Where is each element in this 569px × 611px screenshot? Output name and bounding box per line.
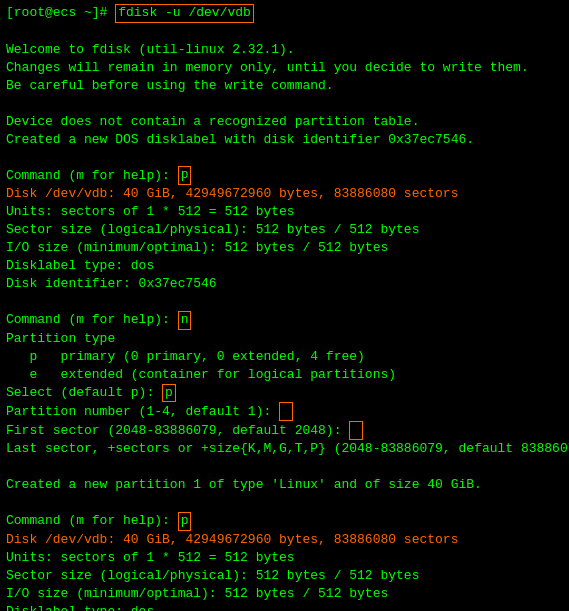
partition-number-box bbox=[279, 402, 293, 421]
command-help-label-2: Command (m for help): bbox=[6, 311, 178, 329]
disk-id-1: Disk identifier: 0x37ec7546 bbox=[6, 275, 563, 293]
io-size-2: I/O size (minimum/optimal): 512 bytes / … bbox=[6, 585, 563, 603]
careful-line: Be careful before using the write comman… bbox=[6, 77, 563, 95]
select-p-box: p bbox=[162, 384, 176, 403]
changes-line: Changes will remain in memory only, unti… bbox=[6, 59, 563, 77]
blank-3 bbox=[6, 148, 563, 166]
disklabel-2: Disklabel type: dos bbox=[6, 603, 563, 611]
last-sector-line: Last sector, +sectors or +size{K,M,G,T,P… bbox=[6, 440, 563, 458]
command-p-box-1: p bbox=[178, 166, 192, 185]
created-dos-line: Created a new DOS disklabel with disk id… bbox=[6, 131, 563, 149]
command-line-1: [root@ecs ~]# fdisk -u /dev/vdb bbox=[6, 4, 563, 23]
partition-type-label: Partition type bbox=[6, 330, 563, 348]
partition-primary: p primary (0 primary, 0 extended, 4 free… bbox=[6, 348, 563, 366]
disklabel-1: Disklabel type: dos bbox=[6, 257, 563, 275]
sector-size-2: Sector size (logical/physical): 512 byte… bbox=[6, 567, 563, 585]
first-sector-box bbox=[349, 421, 363, 440]
first-sector-line: First sector (2048-83886079, default 204… bbox=[6, 421, 563, 440]
blank-4 bbox=[6, 293, 563, 311]
partition-number-line: Partition number (1-4, default 1): bbox=[6, 402, 563, 421]
units-1: Units: sectors of 1 * 512 = 512 bytes bbox=[6, 203, 563, 221]
disk-info-1: Disk /dev/vdb: 40 GiB, 42949672960 bytes… bbox=[6, 185, 563, 203]
command-p-1: Command (m for help): p bbox=[6, 166, 563, 185]
command-fdisk: fdisk -u /dev/vdb bbox=[115, 4, 254, 23]
first-sector-label: First sector (2048-83886079, default 204… bbox=[6, 422, 349, 440]
units-2: Units: sectors of 1 * 512 = 512 bytes bbox=[6, 549, 563, 567]
partition-number-label: Partition number (1-4, default 1): bbox=[6, 403, 279, 421]
partition-extended: e extended (container for logical partit… bbox=[6, 366, 563, 384]
terminal: [root@ecs ~]# fdisk -u /dev/vdb Welcome … bbox=[0, 0, 569, 611]
command-p-2: Command (m for help): p bbox=[6, 512, 563, 531]
sector-size-1: Sector size (logical/physical): 512 byte… bbox=[6, 221, 563, 239]
blank-6 bbox=[6, 494, 563, 512]
select-default-p: Select (default p): p bbox=[6, 384, 563, 403]
welcome-line: Welcome to fdisk (util-linux 2.32.1). bbox=[6, 41, 563, 59]
command-help-label-1: Command (m for help): bbox=[6, 167, 178, 185]
command-n-box: n bbox=[178, 311, 192, 330]
created-partition-line: Created a new partition 1 of type 'Linux… bbox=[6, 476, 563, 494]
command-p-box-2: p bbox=[178, 512, 192, 531]
select-label: Select (default p): bbox=[6, 384, 162, 402]
io-size-1: I/O size (minimum/optimal): 512 bytes / … bbox=[6, 239, 563, 257]
device-info-line: Device does not contain a recognized par… bbox=[6, 113, 563, 131]
disk-info-2: Disk /dev/vdb: 40 GiB, 42949672960 bytes… bbox=[6, 531, 563, 549]
blank-2 bbox=[6, 95, 563, 113]
prompt: [root@ecs ~]# bbox=[6, 4, 115, 22]
blank-1 bbox=[6, 23, 563, 41]
blank-5 bbox=[6, 458, 563, 476]
command-n: Command (m for help): n bbox=[6, 311, 563, 330]
command-help-label-3: Command (m for help): bbox=[6, 512, 178, 530]
